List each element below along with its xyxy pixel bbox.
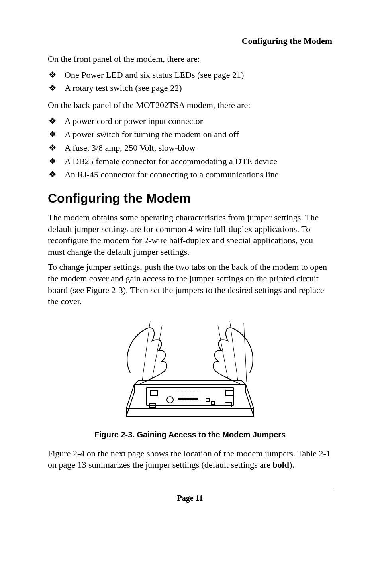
figure-2-3 bbox=[48, 313, 332, 426]
page-content: Configuring the Modem On the front panel… bbox=[0, 0, 380, 519]
front-panel-list: ❖ One Power LED and six status LEDs (see… bbox=[48, 69, 332, 94]
bullet-icon: ❖ bbox=[48, 82, 65, 94]
bullet-icon: ❖ bbox=[48, 142, 65, 154]
svg-rect-6 bbox=[206, 398, 209, 401]
figure-caption: Figure 2-3. Gaining Access to the Modem … bbox=[48, 430, 332, 439]
bullet-icon: ❖ bbox=[48, 128, 65, 140]
svg-rect-2 bbox=[226, 390, 233, 396]
list-item-text: One Power LED and six status LEDs (see p… bbox=[65, 69, 244, 81]
running-head: Configuring the Modem bbox=[48, 36, 332, 46]
intro-front: On the front panel of the modem, there a… bbox=[48, 53, 332, 65]
svg-rect-9 bbox=[225, 402, 231, 407]
svg-rect-1 bbox=[150, 390, 157, 396]
list-item: ❖ One Power LED and six status LEDs (see… bbox=[48, 69, 332, 81]
list-item-text: An RJ-45 connector for connecting to a c… bbox=[65, 169, 279, 181]
intro-back: On the back panel of the MOT202TSA modem… bbox=[48, 100, 332, 111]
heading-configuring-modem: Configuring the Modem bbox=[48, 191, 332, 206]
list-item: ❖ A rotary test switch (see page 22) bbox=[48, 82, 332, 94]
svg-point-3 bbox=[167, 397, 173, 403]
list-item: ❖ A power cord or power input connector bbox=[48, 115, 332, 127]
list-item: ❖ A fuse, 3/8 amp, 250 Volt, slow-blow bbox=[48, 142, 332, 154]
modem-jumpers-illustration bbox=[118, 313, 262, 425]
page-footer: Page 11 bbox=[48, 491, 332, 503]
back-panel-list: ❖ A power cord or power input connector … bbox=[48, 115, 332, 181]
bullet-icon: ❖ bbox=[48, 115, 65, 127]
paragraph-2: To change jumper settings, push the two … bbox=[48, 262, 332, 307]
list-item-text: A rotary test switch (see page 22) bbox=[65, 82, 182, 94]
list-item: ❖ A DB25 female connector for accommodat… bbox=[48, 155, 332, 167]
paragraph-1: The modem obtains some operating charact… bbox=[48, 212, 332, 258]
list-item: ❖ A power switch for turning the modem o… bbox=[48, 128, 332, 140]
para3-bold: bold bbox=[273, 460, 290, 470]
list-item-text: A power switch for turning the modem on … bbox=[65, 128, 239, 140]
list-item-text: A power cord or power input connector bbox=[65, 115, 203, 127]
bullet-icon: ❖ bbox=[48, 69, 65, 81]
svg-rect-7 bbox=[212, 401, 215, 405]
para3-post: ). bbox=[289, 460, 294, 470]
list-item-text: A fuse, 3/8 amp, 250 Volt, slow-blow bbox=[65, 142, 196, 154]
list-item-text: A DB25 female connector for accommodatin… bbox=[65, 155, 277, 167]
bullet-icon: ❖ bbox=[48, 169, 65, 181]
bullet-icon: ❖ bbox=[48, 155, 65, 167]
list-item: ❖ An RJ-45 connector for connecting to a… bbox=[48, 169, 332, 181]
paragraph-3: Figure 2-4 on the next page shows the lo… bbox=[48, 448, 332, 471]
